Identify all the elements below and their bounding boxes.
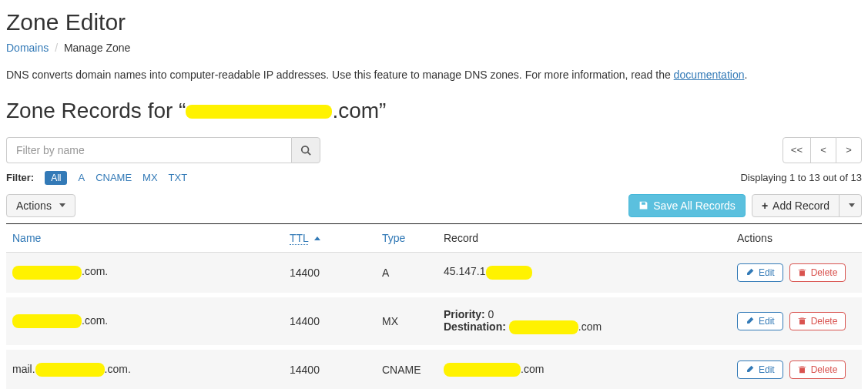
redacted-record [444,363,521,377]
table-row: mail. .com.14400CNAME .comEditDelete [6,347,862,389]
filter-input[interactable] [6,137,291,163]
pager-first-button[interactable]: << [783,137,811,163]
add-record-button[interactable]: + Add Record [752,194,840,217]
filter-a-tab[interactable]: A [78,172,85,183]
add-record-label: Add Record [772,200,829,212]
delete-button[interactable]: Delete [789,263,846,282]
edit-button[interactable]: Edit [737,312,783,330]
breadcrumb-domains-link[interactable]: Domains [6,42,49,54]
redacted-name [12,314,82,328]
trash-icon [798,365,806,374]
intro-pre: DNS converts domain names into computer-… [6,69,674,81]
caret-down-icon [849,203,855,207]
section-title: Zone Records for “ .com” [6,99,862,123]
pager-next-button[interactable]: > [836,137,862,163]
redacted-name [12,266,82,280]
svg-line-1 [308,152,311,155]
trash-icon [798,317,806,325]
redacted-name [35,363,105,377]
breadcrumb: Domains / Manage Zone [6,42,862,54]
records-table: Name TTL Type Record Actions .com.14400A… [6,223,862,389]
pencil-icon [746,365,754,374]
trash-icon [798,268,806,277]
add-record-dropdown-button[interactable] [839,194,862,217]
filter-cname-tab[interactable]: CNAME [96,172,132,183]
filter-all-tab[interactable]: All [45,171,67,185]
sort-asc-icon [314,236,320,240]
cell-type: MX [376,295,437,347]
cell-record: .com [437,347,731,389]
cell-name: .com. [6,295,283,347]
section-title-post: .com” [332,99,386,122]
cell-name: mail. .com. [6,347,283,389]
cell-actions: EditDelete [731,252,862,295]
cell-type: CNAME [376,347,437,389]
save-all-label: Save All Records [653,200,736,212]
breadcrumb-current: Manage Zone [64,42,130,54]
cell-actions: EditDelete [731,347,862,389]
filter-label: Filter: [6,172,34,183]
filter-search-button[interactable] [291,137,320,163]
actions-dropdown-button[interactable]: Actions [6,194,75,217]
pager-prev-button[interactable]: < [810,137,836,163]
save-all-records-button[interactable]: Save All Records [628,194,746,217]
cell-ttl: 14400 [283,252,376,295]
cell-ttl: 14400 [283,347,376,389]
filter-mx-tab[interactable]: MX [142,172,158,183]
cell-record: 45.147.1 [437,252,731,295]
delete-button[interactable]: Delete [789,312,846,330]
filter-input-group [6,137,320,163]
actions-button-label: Actions [16,200,52,212]
col-header-name[interactable]: Name [6,223,283,252]
table-row: .com.14400A45.147.1 EditDelete [6,252,862,295]
add-record-group: + Add Record [752,194,862,217]
redacted-destination [509,320,578,334]
cell-type: A [376,252,437,295]
redacted-record [486,266,532,280]
documentation-link[interactable]: documentation [674,69,745,81]
cell-name: .com. [6,252,283,295]
filter-txt-tab[interactable]: TXT [169,172,188,183]
col-header-ttl[interactable]: TTL [283,223,376,252]
save-icon [638,200,648,210]
pagination-status: Displaying 1 to 13 out of 13 [740,172,862,183]
ttl-header-label: TTL [290,232,308,245]
redacted-domain [186,105,332,119]
col-header-type[interactable]: Type [376,223,437,252]
cell-record: Priority: 0Destination: .com [437,295,731,347]
cell-ttl: 14400 [283,295,376,347]
delete-button[interactable]: Delete [789,360,846,379]
pencil-icon [746,317,754,325]
edit-button[interactable]: Edit [737,360,783,379]
pencil-icon [746,268,754,277]
pager: << < > [783,137,862,163]
search-icon [300,145,311,156]
table-row: .com.14400MXPriority: 0Destination: .com… [6,295,862,347]
breadcrumb-separator: / [52,42,61,54]
col-header-actions: Actions [731,223,862,252]
section-title-pre: Zone Records for “ [6,99,186,122]
plus-icon: + [762,200,768,212]
svg-point-0 [302,146,309,153]
intro-post: . [744,69,747,81]
page-title: Zone Editor [6,9,862,35]
col-header-record: Record [437,223,731,252]
edit-button[interactable]: Edit [737,263,783,282]
caret-down-icon [59,203,65,207]
cell-actions: EditDelete [731,295,862,347]
intro-text: DNS converts domain names into computer-… [6,68,862,83]
